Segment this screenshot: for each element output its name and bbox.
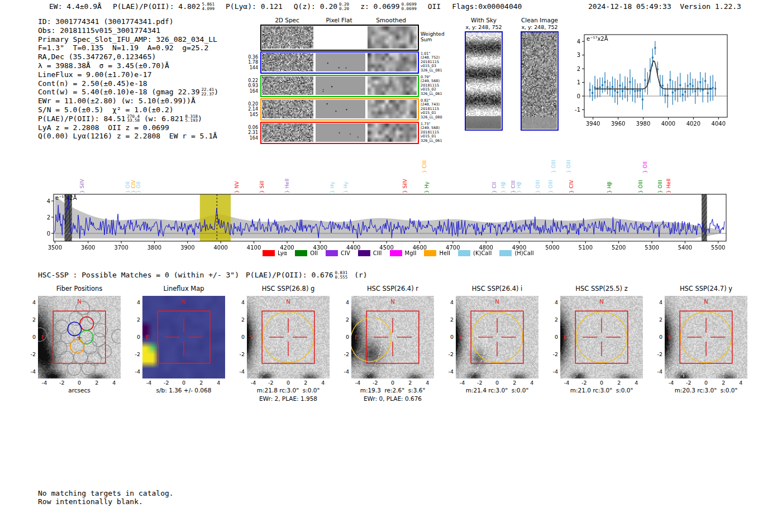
legend-label: CIV: [341, 250, 350, 256]
panel-y-tick: -2: [338, 351, 349, 357]
text: ID: 3001774341 (3001774341.pdf): [38, 17, 174, 26]
panel-title: Fiber Positions: [56, 285, 103, 293]
text-segment: EWr = 11.00(±2.80) (w: 5.10(±0.99))Å: [38, 97, 196, 106]
panel-caption: m:20.3 rc:3.0" s:0.0": [675, 387, 738, 394]
panel-image-fibers: [38, 296, 121, 378]
panel-caption: arcsecs: [68, 387, 90, 394]
spec2d-smoothed-image: [368, 100, 417, 118]
text-segment: Flags:0x00004040: [452, 2, 522, 11]
panel-y-tick: -4: [338, 368, 349, 375]
panel-image-circle: [456, 296, 538, 378]
spec2d-2dspec-image: [262, 100, 313, 118]
legend-item: Lyα: [263, 250, 287, 256]
stat-value: 0.06: [244, 125, 258, 131]
emission-line-label-oii: } OII: [135, 181, 142, 193]
legend-swatch: [390, 250, 402, 256]
spec2d-row-stats: 0.220.93164: [244, 78, 258, 94]
stat-value: 164: [244, 89, 258, 94]
text-segment: RA,Dec (35.347267,0.123465): [38, 52, 156, 61]
text: F=1.3" T=0.135 N=1.19 A=0.92 g=25.2: [38, 44, 208, 52]
info-block: ID: 3001774341 (3001774341.pdf)Obs: 2018…: [38, 17, 218, 141]
panel-x-tick: -4: [460, 380, 465, 386]
text: LyA z = 2.2808 OII z = 0.0699: [38, 123, 169, 132]
info-line: λ = 3988.38Å σ = 3.45(±0.70)Å: [38, 61, 218, 70]
text-segment: S/N = 5.0(±0.5) χ² = 1.0(±0.2): [38, 106, 174, 114]
panel-y-tick: 2: [25, 317, 36, 323]
panel-caption: m:21.4 rc:3.0" s:0.0": [466, 387, 529, 394]
spec2d-row-stats: 0.202.14145: [244, 102, 258, 118]
clean-image-title: Clean Image: [521, 17, 558, 23]
panel-y-tick: 2: [233, 317, 245, 323]
spec2d-row-meta: 0.79"(249, 568)20181115v015_02326_LL_061: [421, 75, 442, 96]
panel-image-map: [142, 296, 225, 378]
weighted-sum-label: WeightedSum: [421, 31, 445, 42]
text: P(LAE)/P(OII): 84.51: [38, 114, 126, 123]
spec2d-2dspec-image: [262, 53, 313, 71]
text-segment: Q(z): 0.200.200.20: [294, 2, 349, 11]
info-line: F=1.3" T=0.135 N=1.19 A=0.92 g=25.2: [38, 44, 218, 52]
stacked-limits: 0.200.20: [339, 2, 349, 11]
panel-y-tick: -4: [25, 368, 36, 375]
panel-y-tick: -2: [442, 351, 454, 357]
stacked-limits: 0.8310.555: [335, 271, 348, 279]
panel-image-ellipse: [351, 296, 434, 378]
stat-value: 0.93: [244, 83, 258, 89]
legend-label: (H)CaII: [514, 250, 533, 256]
info-line: Primary Spec_Slot_IFU_AMP: 326_082_034_L…: [38, 35, 218, 44]
info-line: S/N = 5.0(±0.5) χ² = 1.0(±0.2): [38, 106, 218, 114]
stacked-limits: 270.433.58: [127, 114, 140, 123]
text: ): [198, 114, 202, 123]
legend-label: (K)CaII: [473, 250, 492, 256]
meta-line: Sum: [421, 37, 445, 42]
text: RA,Dec (35.347267,0.123465): [38, 52, 156, 61]
panel-image-circle: [247, 296, 330, 378]
text: z: 0.0699: [360, 2, 399, 11]
text-segment: ): [214, 88, 218, 97]
panel-y-tick: -2: [233, 351, 245, 357]
legend-item: (K)CaII: [458, 250, 492, 256]
panel-x-tick: 4: [217, 380, 220, 386]
legend-label: HeII: [439, 250, 450, 256]
panel-x-tick: 0: [391, 380, 394, 386]
text-segment: Primary Spec_Slot_IFU_AMP: 326_082_034_L…: [38, 35, 217, 44]
text-segment: HSC-SSP : Possible Matches = 0 (within +…: [38, 271, 239, 279]
meta-line: 326_LL_080: [421, 116, 442, 119]
panel-y-tick: 4: [233, 299, 245, 305]
legend-swatch: [358, 250, 370, 256]
panel-y-tick: 4: [442, 299, 454, 305]
spec2d-2dspec-image: [262, 123, 313, 142]
panel-x-tick: 0: [600, 380, 603, 386]
stacked-limits: 5.8614.099: [202, 2, 214, 11]
info-line: P(LAE)/P(OII): 84.51270.433.58 (w: 6.821…: [38, 114, 218, 123]
with-sky-title: With Sky: [471, 17, 497, 23]
panel-x-tick: -4: [146, 380, 151, 386]
panel-y-tick: 4: [338, 299, 349, 305]
footer-line-2: Row intentionally blank.: [38, 497, 143, 506]
clean-image-cutout: [521, 31, 559, 131]
panel-x-tick: 2: [513, 380, 516, 386]
legend-swatch: [295, 250, 307, 256]
panel-image-circle: [665, 296, 747, 378]
clean-image: [522, 32, 557, 129]
panel-y-tick: -2: [547, 351, 558, 357]
legend-item: MgII: [390, 250, 417, 256]
panel-y-tick: -4: [129, 368, 140, 375]
text: Primary Spec_Slot_IFU_AMP: 326_082_034_L…: [38, 35, 217, 44]
text-segment: λ = 3988.38Å σ = 3.45(±0.70)Å: [38, 61, 169, 70]
clean-image-coords: x, y: 248, 752: [521, 24, 557, 30]
panel-x-tick: -4: [355, 380, 360, 386]
panel-y-tick: 4: [651, 299, 662, 305]
spec2d-row-stats: 0.062.31164: [244, 125, 258, 141]
sub-value: 33.58: [127, 118, 140, 123]
legend-swatch: [424, 250, 436, 256]
panel-y-tick: 0: [233, 334, 245, 340]
stat-value: 0.20: [244, 102, 258, 107]
text: P(LAE)/P(OII): 0.676: [246, 271, 333, 279]
panel-title: HSC SSP(26.4) r: [367, 285, 418, 293]
stat-value: 0.36: [244, 55, 258, 60]
panel-caption: m:21.0 rc:3.0" s:0.0": [570, 387, 633, 394]
info-line: EWr = 11.00(±2.80) (w: 5.10(±0.99))Å: [38, 97, 218, 106]
spec2d-2dspec-image: [262, 76, 313, 95]
panel-title: HSC SSP(26.4) i: [472, 285, 523, 293]
spec2d-col-2dspec: 2D Spec: [275, 17, 299, 23]
